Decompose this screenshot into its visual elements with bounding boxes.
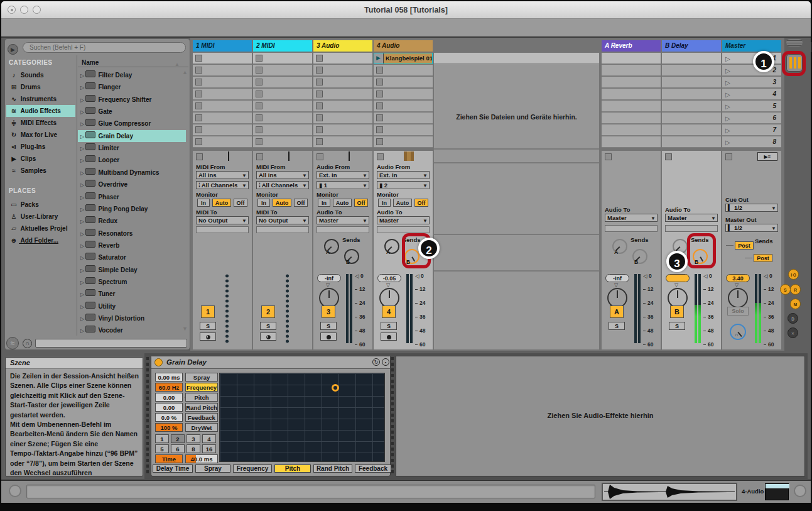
scene-launch-icon[interactable]: ▷ (725, 77, 730, 89)
clip-slot[interactable] (193, 101, 252, 112)
monitor-in-button[interactable]: In (257, 199, 270, 207)
track-header-master[interactable]: Master (722, 40, 781, 52)
hot-swap-icon[interactable]: ↻ (372, 358, 380, 366)
return-clip-slot[interactable] (662, 53, 721, 64)
disclosure-triangle-icon[interactable]: ▷ (80, 231, 85, 237)
sidebar-item-add-folder-[interactable]: ⊕ Add Folder... (6, 234, 75, 246)
browser-device-item[interactable]: ▷ Looper (78, 154, 186, 166)
track-header-a-reverb[interactable]: A Reverb (602, 40, 661, 52)
monitor-auto-button[interactable]: Auto (333, 199, 352, 207)
track-stop-button[interactable] (196, 153, 203, 160)
return-clip-slot[interactable] (602, 113, 661, 124)
disclosure-triangle-icon[interactable]: ▷ (80, 316, 85, 322)
return-clip-slot[interactable] (602, 53, 661, 64)
io-from-select[interactable]: Ext. In▼ (317, 171, 369, 179)
clip-stop-icon[interactable] (316, 91, 323, 97)
sidebar-item-instruments[interactable]: ∿ Instruments (6, 93, 75, 105)
clip-stop-icon[interactable] (195, 79, 202, 85)
track-header-b-delay[interactable]: B Delay (662, 40, 721, 52)
browser-device-item[interactable]: ▷ Multiband Dynamics (78, 167, 186, 179)
clip-stop-icon[interactable] (376, 126, 383, 133)
feedback-value[interactable]: 0.0 % (155, 413, 183, 422)
show-returns-toggle[interactable]: R (790, 284, 801, 295)
clip-slot[interactable] (374, 65, 433, 76)
preview-headphone-icon[interactable]: ∩ (23, 339, 32, 348)
disclosure-triangle-icon[interactable]: ▷ (80, 134, 85, 140)
solo-button[interactable]: S (609, 322, 625, 330)
scene-launch-icon[interactable]: ▷ (725, 65, 730, 77)
return-clip-slot[interactable] (662, 136, 721, 148)
monitor-in-button[interactable]: In (378, 199, 391, 207)
disclosure-triangle-icon[interactable]: ▷ (80, 255, 85, 261)
clip-slot[interactable] (193, 77, 252, 88)
track-activator-button[interactable]: 4 (382, 305, 396, 318)
solo-button[interactable]: Solo (727, 307, 749, 316)
monitor-auto-button[interactable]: Auto (273, 199, 291, 207)
clip-stop-icon[interactable] (316, 55, 323, 62)
sidebar-item-midi-effects[interactable]: ≑ MIDI Effects (6, 117, 75, 129)
time-mode-button[interactable]: Time (155, 454, 183, 463)
clip-stop-icon[interactable] (376, 91, 383, 97)
io-to-select[interactable]: Master▼ (605, 214, 658, 222)
return-clip-slot[interactable] (662, 89, 721, 100)
clip-stop-icon[interactable] (316, 138, 323, 145)
track-header-1-midi[interactable]: 1 MIDI (193, 40, 252, 52)
clip-stop-icon[interactable] (376, 67, 383, 74)
show-io-toggle[interactable]: I∙O (788, 269, 799, 280)
clip-stop-icon[interactable] (256, 102, 263, 109)
sidebar-item-clips[interactable]: ▶ Clips (6, 153, 75, 165)
list-header-name[interactable]: Name▲ (78, 57, 188, 67)
browser-device-item[interactable]: ▷ Resonators (78, 228, 186, 239)
monitor-in-button[interactable]: In (197, 199, 210, 207)
sidebar-item-max-for-live[interactable]: ↻ Max for Live (6, 129, 75, 141)
sidebar-item-sounds[interactable]: ♪ Sounds (6, 69, 75, 81)
clip-slot[interactable] (374, 124, 433, 136)
browser-device-item[interactable]: ▷ Vinyl Distortion (78, 312, 186, 324)
track-stop-button[interactable] (256, 153, 263, 160)
device-tab-frequency[interactable]: Frequency (233, 464, 272, 473)
sidebar-item-samples[interactable]: ≈ Samples (6, 165, 75, 177)
clip-stop-icon[interactable] (376, 114, 383, 121)
rand-pitch-value[interactable]: 0.00 (155, 403, 183, 412)
disclosure-triangle-icon[interactable]: ▷ (80, 243, 85, 249)
spray-button[interactable]: Spray (185, 373, 218, 382)
show-sends-toggle[interactable]: S (780, 284, 791, 295)
clip-slot[interactable] (313, 77, 372, 88)
xy-pad[interactable] (219, 373, 385, 462)
browser-device-item[interactable]: ▷ Tuner (78, 288, 186, 300)
clip-slot[interactable] (374, 89, 433, 100)
browser-device-item[interactable]: ▷ Frequency Shifter (78, 94, 186, 106)
disclosure-triangle-icon[interactable]: ▷ (80, 97, 85, 103)
disclosure-triangle-icon[interactable]: ▷ (80, 207, 85, 212)
return-clip-slot[interactable] (602, 101, 661, 112)
clip-stop-icon[interactable] (256, 67, 263, 74)
return-clip-slot[interactable] (602, 65, 661, 76)
browser-device-item[interactable]: ▷ Limiter (78, 142, 186, 154)
return-clip-slot[interactable] (602, 89, 661, 100)
browser-device-item[interactable]: ▷ Gate (78, 106, 186, 118)
scene-launch-icon[interactable]: ▷ (725, 113, 730, 124)
send-b-post-button[interactable]: Post (754, 254, 772, 262)
send-a-post-button[interactable]: Post (735, 241, 754, 250)
clip-slot[interactable] (374, 77, 433, 88)
sidebar-item-user-library[interactable]: ♙ User-Library (6, 211, 75, 223)
wave-output-icon[interactable]: ≈ (6, 337, 19, 349)
clip-slot[interactable] (313, 89, 372, 100)
clip-stop-icon[interactable] (195, 67, 202, 74)
return-clip-slot[interactable] (662, 101, 721, 112)
clip-slot[interactable] (313, 53, 372, 64)
browser-device-item[interactable]: ▷ Utility (78, 300, 186, 312)
volume-display[interactable]: 3.40 (726, 274, 750, 282)
delay-grid-button-3[interactable]: 3 (187, 434, 200, 443)
clip-stop-icon[interactable] (195, 114, 202, 121)
monitor-off-button[interactable]: Off (234, 199, 247, 207)
clip-slot[interactable] (193, 53, 252, 64)
track-stop-button[interactable] (605, 153, 612, 160)
browser-device-item[interactable]: ▷ Redux (78, 215, 186, 227)
track-activator-button[interactable]: 3 (322, 305, 335, 318)
clip-slot[interactable] (374, 136, 433, 148)
delay-grid-button-16[interactable]: 16 (202, 444, 216, 453)
io-to-select[interactable]: Master▼ (377, 216, 430, 224)
preview-volume-bar[interactable] (35, 339, 187, 348)
clip-slot[interactable] (253, 77, 312, 88)
